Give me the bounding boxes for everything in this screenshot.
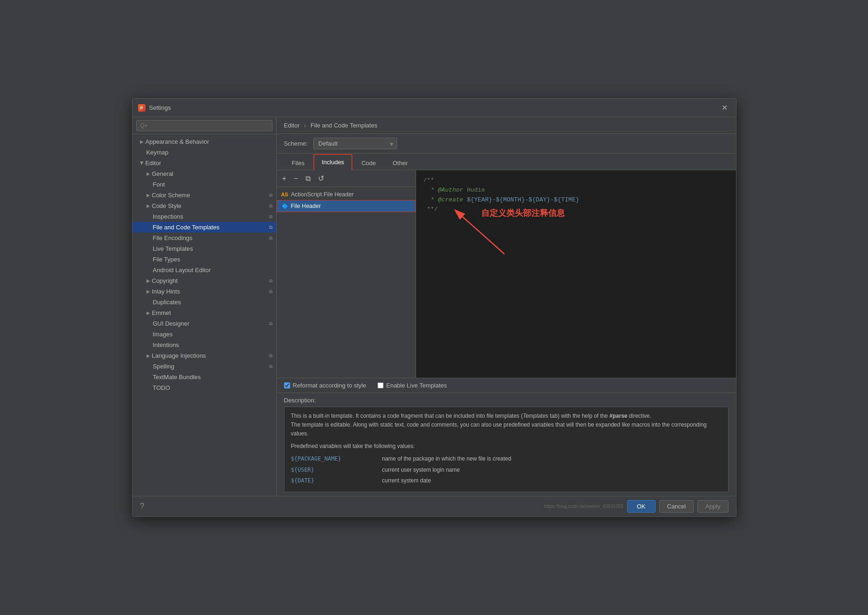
sidebar-item-android-layout-editor[interactable]: Android Layout Editor bbox=[133, 265, 276, 275]
arrow-icon: ▶ bbox=[146, 171, 150, 176]
remove-button[interactable]: − bbox=[292, 174, 300, 184]
arrow-icon: ▶ bbox=[139, 161, 144, 165]
var-row-user: ${USER} current user system login name bbox=[291, 466, 722, 475]
copy-icon: ⧉ bbox=[269, 235, 272, 241]
help-button[interactable]: ? bbox=[140, 501, 145, 511]
arrow-icon: ▶ bbox=[146, 278, 150, 283]
tab-includes[interactable]: Includes bbox=[313, 154, 352, 170]
sidebar-item-textmate-bundles[interactable]: TextMate Bundles bbox=[133, 372, 276, 382]
sidebar-item-language-injections[interactable]: ▶ Language Injections ⧉ bbox=[133, 350, 276, 361]
sidebar-item-spelling[interactable]: Spelling ⧉ bbox=[133, 361, 276, 372]
reset-button[interactable]: ↺ bbox=[316, 173, 326, 184]
sidebar-item-inlay-hints[interactable]: ▶ Inlay Hints ⧉ bbox=[133, 286, 276, 297]
live-templates-checkbox-label[interactable]: Enable Live Templates bbox=[378, 382, 447, 389]
description-section: Description: This is a built-in template… bbox=[277, 393, 736, 496]
arrow-icon: ▶ bbox=[140, 139, 144, 144]
content-area: + − ⧉ ↺ AS ActionScript File Header 🔷 bbox=[277, 170, 736, 496]
sidebar-item-color-scheme[interactable]: ▶ Color Scheme ⧉ bbox=[133, 190, 276, 201]
sidebar-item-duplicates[interactable]: Duplicates bbox=[133, 297, 276, 308]
sidebar-item-file-code-templates[interactable]: File and Code Templates ⧉ bbox=[133, 222, 276, 233]
copy-icon: ⧉ bbox=[269, 278, 272, 284]
file-item-actionscript-header[interactable]: AS ActionScript File Header bbox=[277, 189, 416, 200]
search-box bbox=[133, 117, 276, 134]
description-text: This is a built-in template. It contains… bbox=[291, 412, 722, 439]
sidebar-item-appearance[interactable]: ▶ Appearance & Behavior bbox=[133, 136, 276, 147]
title-bar-left: P Settings bbox=[138, 104, 171, 112]
ok-button[interactable]: OK bbox=[627, 500, 656, 513]
sidebar-item-file-encodings[interactable]: File Encodings ⧉ bbox=[133, 233, 276, 243]
sidebar-item-font[interactable]: Font bbox=[133, 179, 276, 190]
footer-buttons: https://blog.csdn.net/weixin_43691058 OK… bbox=[544, 500, 729, 513]
description-box: This is a built-in template. It contains… bbox=[284, 407, 729, 492]
reformat-label: Reformat according to style bbox=[293, 382, 366, 389]
arrow-icon: ▶ bbox=[146, 310, 150, 315]
bottom-panel: Reformat according to style Enable Live … bbox=[277, 378, 736, 496]
reformat-checkbox-label[interactable]: Reformat according to style bbox=[284, 382, 366, 389]
sidebar-item-code-style[interactable]: ▶ Code Style ⧉ bbox=[133, 201, 276, 211]
scheme-label: Scheme: bbox=[284, 140, 308, 147]
sidebar-item-general[interactable]: ▶ General bbox=[133, 168, 276, 179]
copy-icon: ⧉ bbox=[269, 289, 272, 294]
code-line-3: * @create ${YEAR}-${MONTH}-${DAY}-${TIME… bbox=[424, 195, 729, 205]
file-list-panel: + − ⧉ ↺ AS ActionScript File Header 🔷 bbox=[277, 170, 416, 378]
sidebar-item-editor[interactable]: ▶ Editor bbox=[133, 158, 276, 168]
file-header-icon: 🔷 bbox=[282, 203, 288, 209]
arrow-icon: ▶ bbox=[146, 353, 150, 358]
var-table: ${PACKAGE_NAME} name of the package in w… bbox=[291, 455, 722, 485]
copy-icon: ⧉ bbox=[269, 214, 272, 220]
copy-template-button[interactable]: ⧉ bbox=[304, 174, 312, 184]
code-line-1: /** bbox=[424, 176, 729, 186]
live-templates-checkbox[interactable] bbox=[378, 382, 384, 388]
actionscript-icon: AS bbox=[281, 192, 288, 197]
copy-icon: ⧉ bbox=[269, 321, 272, 327]
sidebar: ▶ Appearance & Behavior Keymap ▶ Editor … bbox=[133, 117, 277, 496]
code-editor[interactable]: /** * @Author Hudie * @create ${YEAR}-${… bbox=[416, 170, 736, 378]
sidebar-item-todo[interactable]: TODO bbox=[133, 382, 276, 393]
parse-bold: #parse bbox=[610, 413, 628, 419]
reformat-checkbox[interactable] bbox=[284, 382, 290, 388]
dialog-body: ▶ Appearance & Behavior Keymap ▶ Editor … bbox=[133, 117, 736, 496]
copy-icon: ⧉ bbox=[269, 353, 272, 359]
breadcrumb-parent: Editor bbox=[284, 122, 300, 129]
app-icon: P bbox=[138, 104, 146, 112]
sidebar-item-emmet[interactable]: ▶ Emmet bbox=[133, 308, 276, 318]
var-name-user: ${USER} bbox=[291, 466, 375, 475]
split-area: + − ⧉ ↺ AS ActionScript File Header 🔷 bbox=[277, 170, 736, 378]
file-item-label: ActionScript File Header bbox=[291, 191, 354, 198]
main-panel: Editor › File and Code Templates Scheme:… bbox=[277, 117, 736, 496]
sidebar-item-live-templates[interactable]: Live Templates bbox=[133, 243, 276, 254]
search-input[interactable] bbox=[136, 120, 272, 131]
var-row-package: ${PACKAGE_NAME} name of the package in w… bbox=[291, 455, 722, 463]
close-button[interactable]: ✕ bbox=[719, 102, 730, 113]
watermark: https://blog.csdn.net/weixin_43691058 bbox=[544, 504, 623, 509]
tabs-row: Files Includes Code Other bbox=[277, 154, 736, 170]
sidebar-item-intentions[interactable]: Intentions bbox=[133, 340, 276, 350]
sidebar-item-images[interactable]: Images bbox=[133, 329, 276, 340]
breadcrumb-separator: › bbox=[304, 122, 306, 129]
dialog-title: Settings bbox=[149, 104, 171, 111]
sidebar-tree: ▶ Appearance & Behavior Keymap ▶ Editor … bbox=[133, 134, 276, 496]
scheme-select[interactable]: Default Project bbox=[313, 138, 397, 149]
copy-icon: ⧉ bbox=[269, 193, 272, 198]
sidebar-item-gui-designer[interactable]: GUI Designer ⧉ bbox=[133, 318, 276, 329]
cancel-button[interactable]: Cancel bbox=[659, 500, 694, 513]
sidebar-item-keymap[interactable]: Keymap bbox=[133, 147, 276, 158]
file-item-file-header[interactable]: 🔷 File Header bbox=[277, 200, 416, 212]
apply-button[interactable]: Apply bbox=[697, 500, 729, 513]
file-list-toolbar: + − ⧉ ↺ bbox=[277, 170, 416, 187]
settings-dialog: P Settings ✕ ▶ Appearance & Behavior Key… bbox=[132, 98, 736, 517]
tab-code[interactable]: Code bbox=[353, 155, 384, 170]
arrow-icon: ▶ bbox=[146, 193, 150, 198]
sidebar-item-copyright[interactable]: ▶ Copyright ⧉ bbox=[133, 275, 276, 286]
arrow-icon: ▶ bbox=[146, 203, 150, 208]
scheme-row: Scheme: Default Project bbox=[277, 134, 736, 154]
tab-files[interactable]: Files bbox=[284, 155, 312, 170]
var-row-date: ${DATE} current system date bbox=[291, 476, 722, 485]
sidebar-item-file-types[interactable]: File Types bbox=[133, 254, 276, 265]
sidebar-item-inspections[interactable]: Inspections ⧉ bbox=[133, 211, 276, 222]
breadcrumb-current: File and Code Templates bbox=[311, 122, 378, 129]
tab-other[interactable]: Other bbox=[384, 155, 416, 170]
checkbox-row: Reformat according to style Enable Live … bbox=[277, 378, 736, 393]
add-button[interactable]: + bbox=[280, 174, 288, 184]
code-line-2: * @Author Hudie bbox=[424, 186, 729, 195]
